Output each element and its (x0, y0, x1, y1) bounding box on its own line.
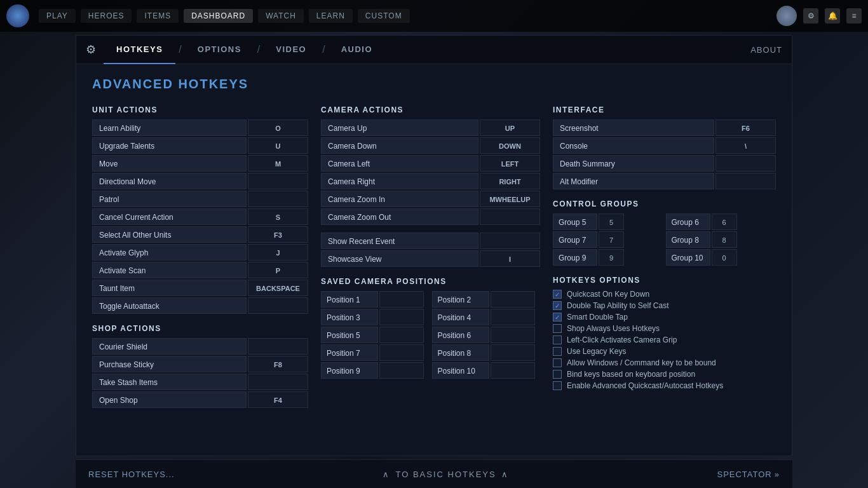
key-taunt[interactable]: BACKSPACE (248, 280, 308, 296)
label-cam-up: Camera Up (321, 119, 478, 136)
label-pos-3: Position 3 (321, 309, 378, 325)
checkbox-shop-hotkeys[interactable] (553, 324, 562, 333)
opt-left-click-camera[interactable]: Left-Click Activates Camera Grip (553, 336, 776, 344)
nav-dashboard[interactable]: DASHBOARD (184, 9, 253, 23)
checkbox-smart-double-tap[interactable] (553, 313, 562, 322)
key-glyph[interactable]: J (248, 244, 308, 261)
key-pos-5[interactable] (379, 327, 424, 343)
nav-watch[interactable]: WATCH (258, 9, 304, 23)
opt-quickcast[interactable]: Quickcast On Key Down (553, 290, 776, 299)
key-console[interactable]: \ (715, 137, 776, 154)
key-pos-3[interactable] (379, 309, 424, 325)
key-pos-1[interactable] (379, 291, 424, 308)
key-group-7[interactable]: 7 (599, 231, 624, 248)
key-select-other[interactable]: F3 (248, 226, 308, 243)
key-pos-9[interactable] (379, 362, 424, 379)
key-patrol[interactable] (248, 191, 308, 207)
reset-hotkeys-button[interactable]: RESET HOTKEYS... (88, 470, 175, 479)
label-upgrade-talents: Upgrade Talents (92, 137, 247, 154)
checkbox-quickcast[interactable] (553, 290, 562, 299)
key-move[interactable]: M (248, 155, 308, 172)
key-courier-shield[interactable] (248, 338, 308, 355)
cam-row-showcase: Showcase View I (321, 250, 540, 267)
opt-advanced-quickcast[interactable]: Enable Advanced Quickcast/Autocast Hotke… (553, 381, 776, 390)
checkbox-double-tap[interactable] (553, 301, 562, 310)
notification-icon[interactable]: 🔔 (825, 8, 840, 24)
menu-icon[interactable]: ≡ (846, 8, 862, 24)
dota2-logo[interactable] (6, 4, 29, 27)
label-learn-ability: Learn Ability (92, 119, 247, 136)
key-showcase[interactable]: I (480, 250, 540, 267)
key-open-shop[interactable]: F4 (248, 391, 308, 408)
key-cam-zoom-in[interactable]: MWHEELUP (480, 191, 540, 207)
key-cam-right[interactable]: RIGHT (480, 173, 540, 189)
iface-row-death-summary: Death Summary (553, 155, 776, 172)
nav-heroes[interactable]: HEROES (81, 9, 132, 23)
key-upgrade-talents[interactable]: U (248, 137, 308, 154)
action-row-directional-move: Directional Move (92, 173, 308, 189)
nav-play[interactable]: PLAY (39, 9, 76, 23)
basic-hotkeys-button[interactable]: ∧ TO BASIC HOTKEYS ∧ (383, 470, 508, 479)
key-scan[interactable]: P (248, 262, 308, 278)
key-pos-6[interactable] (491, 327, 535, 343)
ctrl-row-5-6: Group 5 5 Group 6 6 (553, 214, 776, 230)
opt-legacy-keys[interactable]: Use Legacy Keys (553, 347, 776, 356)
checkbox-keyboard-position[interactable] (553, 370, 562, 379)
key-pos-10[interactable] (491, 362, 535, 379)
checkbox-left-click-camera[interactable] (553, 336, 562, 344)
user-avatar[interactable] (776, 6, 797, 26)
key-pos-8[interactable] (491, 344, 535, 361)
key-purchase-sticky[interactable]: F8 (248, 356, 308, 372)
opt-double-tap[interactable]: Double Tap Ability to Self Cast (553, 301, 776, 310)
tab-video[interactable]: VIDEO (263, 36, 319, 64)
tab-hotkeys[interactable]: HOTKEYS (104, 36, 175, 64)
label-autoattack: Toggle Autoattack (92, 297, 247, 314)
key-cam-down[interactable]: DOWN (480, 137, 540, 154)
checkbox-advanced-quickcast[interactable] (553, 381, 562, 390)
label-cancel: Cancel Current Action (92, 208, 247, 225)
opt-windows-key[interactable]: Allow Windows / Command key to be bound (553, 358, 776, 367)
label-taunt: Taunt Item (92, 280, 247, 296)
key-group-8[interactable]: 8 (712, 231, 737, 248)
key-stash[interactable] (248, 374, 308, 390)
pos-row-5: Position 9 Position 10 (321, 362, 540, 379)
about-label[interactable]: ABOUT (750, 45, 782, 55)
key-group-9[interactable]: 9 (599, 249, 624, 266)
key-alt-modifier[interactable] (715, 173, 776, 189)
key-cam-left[interactable]: LEFT (480, 155, 540, 172)
key-cam-up[interactable]: UP (480, 119, 540, 136)
key-group-5[interactable]: 5 (599, 214, 624, 230)
label-death-summary: Death Summary (553, 155, 714, 172)
nav-learn[interactable]: LEARN (309, 9, 353, 23)
spectator-arrow-icon: » (775, 470, 780, 479)
key-show-recent[interactable] (480, 233, 540, 249)
checkbox-legacy-keys[interactable] (553, 347, 562, 356)
opt-smart-double-tap[interactable]: Smart Double Tap (553, 313, 776, 322)
key-learn-ability[interactable]: O (248, 119, 308, 136)
opt-shop-hotkeys[interactable]: Shop Always Uses Hotkeys (553, 324, 776, 333)
spectator-button[interactable]: SPECTATOR » (717, 470, 780, 479)
action-row-purchase-sticky: Purchase Sticky F8 (92, 356, 308, 372)
nav-items[interactable]: ITEMS (137, 9, 179, 23)
tab-audio[interactable]: AUDIO (329, 36, 385, 64)
key-pos-7[interactable] (379, 344, 424, 361)
nav-custom[interactable]: CUSTOM (358, 9, 410, 23)
key-autoattack[interactable] (248, 297, 308, 314)
key-death-summary[interactable] (715, 155, 776, 172)
tab-options[interactable]: OPTIONS (185, 36, 254, 64)
opt-keyboard-position[interactable]: Bind keys based on keyboard position (553, 370, 776, 379)
key-directional-move[interactable] (248, 173, 308, 189)
key-group-6[interactable]: 6 (712, 214, 737, 230)
key-group-10[interactable]: 0 (712, 249, 737, 266)
key-cancel[interactable]: S (248, 208, 308, 225)
basic-right-arrow-icon: ∧ (501, 470, 509, 479)
key-pos-4[interactable] (491, 309, 535, 325)
checkbox-windows-key[interactable] (553, 358, 562, 367)
label-showcase: Showcase View (321, 250, 478, 267)
label-glyph: Activate Glyph (92, 244, 247, 261)
key-cam-zoom-out[interactable] (480, 208, 540, 225)
label-scan: Activate Scan (92, 262, 247, 278)
settings-icon[interactable]: ⚙ (803, 8, 818, 24)
key-pos-2[interactable] (491, 291, 535, 308)
key-screenshot[interactable]: F6 (715, 119, 776, 136)
